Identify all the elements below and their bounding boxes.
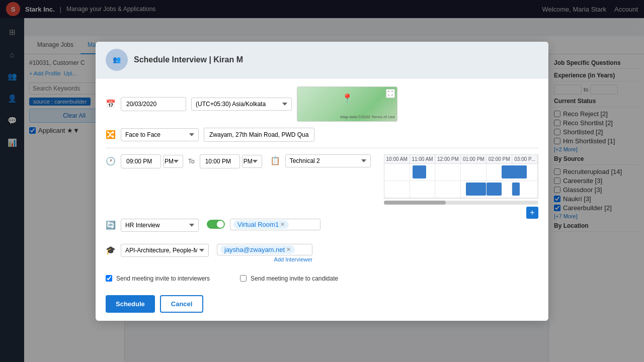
cancel-button[interactable]: Cancel — [160, 295, 204, 313]
form-row-type-location: 🔀 Face to Face — [106, 128, 538, 142]
virtual-room-toggle[interactable] — [207, 220, 225, 229]
form-row-time: 🕐 PM To PM — [106, 154, 262, 168]
modal-header: 👥 Schedule Interview | Kiran M — [96, 42, 548, 78]
skills-section: 🎓 API-Architecture, People-Managem... — [106, 244, 209, 263]
virtual-room-section: Virtual Room1 ✕ — [207, 219, 320, 236]
sch-cell-2-3 — [435, 181, 461, 198]
interview-type-select[interactable]: Face to Face — [121, 128, 199, 141]
invite-candidate-row: Send meeting invite to candidate — [240, 275, 338, 282]
sch-cell-1-4 — [461, 164, 487, 180]
sch-cell-2-5 — [487, 181, 512, 198]
sch-cell-2-1 — [384, 181, 410, 198]
sch-cell-2-6 — [512, 181, 538, 198]
sch-time-1000: 10:00 AM — [384, 155, 410, 163]
schedule-button[interactable]: Schedule — [106, 295, 155, 313]
scrollbar-thumb — [384, 201, 446, 205]
time-to-ampm[interactable]: PM — [242, 155, 262, 168]
schedule-rows — [384, 163, 538, 199]
panel-icon: 📋 — [270, 156, 280, 165]
sch-block-3 — [466, 183, 486, 196]
invite-interviewers-checkbox[interactable] — [106, 275, 112, 282]
people-icon: 👥 — [113, 56, 121, 63]
location-input[interactable] — [204, 128, 314, 142]
virtual-room-input-wrap: Virtual Room1 ✕ — [230, 219, 320, 230]
map-attribution: Map data ©2020 Terms of Use — [341, 115, 395, 119]
form-row-skills: 🎓 API-Architecture, People-Managem... — [106, 244, 209, 257]
clock-icon: 🕐 — [106, 156, 116, 166]
sch-cell-1-1 — [384, 164, 410, 180]
sch-row-2 — [384, 181, 538, 198]
fullscreen-icon[interactable]: ⛶ — [386, 89, 395, 98]
interviewer-section: jaysha@zwayam.net ✕ Add Interviewer — [217, 244, 312, 262]
skills-select[interactable]: API-Architecture, People-Managem... — [121, 244, 209, 257]
skills-interviewer-row: 🎓 API-Architecture, People-Managem... ja… — [106, 244, 538, 263]
sch-time-1500: 03:00 P... — [512, 155, 538, 163]
interviewer-tag: jaysha@zwayam.net ✕ — [220, 245, 295, 254]
modal-title: Schedule Interview | Kiran M — [134, 55, 243, 64]
invite-rows: Send meeting invite to interviewers Send… — [96, 275, 548, 290]
invite-candidate-checkbox[interactable] — [240, 275, 247, 282]
schedule-interview-modal: 👥 Schedule Interview | Kiran M 📅 (UTC+05… — [96, 42, 548, 321]
interviewer-tag-close[interactable]: ✕ — [286, 246, 291, 253]
map-placeholder: 📍 Map data ©2020 Terms of Use ⛶ — [297, 86, 397, 122]
time-to-input[interactable] — [200, 154, 240, 168]
form-row-date-timezone: 📅 (UTC+05:30) Asia/Kolkata 📍 Map data ©2… — [106, 86, 538, 122]
modal-body: 📅 (UTC+05:30) Asia/Kolkata 📍 Map data ©2… — [96, 78, 548, 275]
round-icon: 🔄 — [106, 220, 116, 230]
round-select[interactable]: HR Interview — [121, 219, 199, 232]
sch-block-4 — [487, 183, 502, 196]
sch-block-1 — [413, 165, 426, 178]
interviewer-email-label: jaysha@zwayam.net — [224, 246, 285, 253]
virtual-room-tag-label: Virtual Room1 — [237, 221, 279, 228]
sch-time-1400: 02:00 PM — [487, 155, 512, 163]
time-from-ampm[interactable]: PM — [163, 155, 183, 168]
time-from-wrap: PM — [121, 154, 183, 168]
date-input[interactable] — [121, 97, 186, 111]
interviewer-tag-wrap: jaysha@zwayam.net ✕ — [217, 244, 312, 255]
sch-time-1100: 11:00 AM — [410, 155, 436, 163]
skills-icon: 🎓 — [106, 245, 116, 255]
shuffle-icon: 🔀 — [106, 130, 116, 139]
form-row-interviewer: jaysha@zwayam.net ✕ — [217, 244, 312, 255]
add-row-btn[interactable]: + — [526, 207, 538, 219]
invite-interviewers-label: Send meeting invite to interviewers — [116, 275, 210, 282]
modal-overlay[interactable]: 👥 Schedule Interview | Kiran M 📅 (UTC+05… — [0, 0, 644, 362]
sch-time-1300: 01:00 PM — [461, 155, 487, 163]
calendar-icon: 📅 — [106, 99, 116, 109]
sch-cell-1-6 — [512, 164, 538, 180]
sch-cell-1-2 — [410, 164, 436, 180]
panel-section: 📋 Technical 2 — [270, 154, 371, 219]
sch-cell-2-4 — [461, 181, 487, 198]
time-from-input[interactable] — [121, 154, 161, 168]
modal-header-icon: 👥 — [106, 49, 128, 71]
sch-cell-1-3 — [435, 164, 461, 180]
sch-time-1200: 12:00 PM — [435, 155, 461, 163]
sch-row-1 — [384, 164, 538, 181]
virtual-room-select[interactable] — [291, 221, 301, 227]
virtual-room-tag: Virtual Room1 ✕ — [233, 220, 289, 229]
time-panel-row: 🕐 PM To PM — [106, 154, 538, 219]
schedule-scrollbar[interactable] — [384, 201, 538, 205]
round-section: 🔄 HR Interview — [106, 219, 199, 238]
add-interviewer-link[interactable]: Add Interviewer — [217, 256, 312, 262]
virtual-room-tag-close[interactable]: ✕ — [280, 221, 285, 228]
sch-cell-1-5 — [487, 164, 512, 180]
schedule-header: 10:00 AM 11:00 AM 12:00 PM 01:00 PM 02:0… — [384, 154, 538, 163]
time-section: 🕐 PM To PM — [106, 154, 262, 219]
sch-block-5 — [512, 183, 520, 196]
invite-candidate-label: Send meeting invite to candidate — [251, 275, 338, 282]
timezone-select[interactable]: (UTC+05:30) Asia/Kolkata — [191, 98, 292, 111]
panel-select[interactable]: Technical 2 — [285, 154, 371, 167]
form-row-round: 🔄 HR Interview — [106, 219, 199, 232]
time-to-wrap: PM — [200, 154, 262, 168]
virtual-round-row: 🔄 HR Interview Virtual Room1 ✕ — [106, 219, 538, 238]
schedule-timeline: 10:00 AM 11:00 AM 12:00 PM 01:00 PM 02:0… — [384, 154, 538, 219]
interviewer-select[interactable] — [297, 246, 307, 252]
form-row-virtual: Virtual Room1 ✕ — [207, 219, 320, 230]
time-separator: To — [188, 158, 195, 165]
sch-cell-2-2 — [410, 181, 436, 198]
modal-actions: Schedule Cancel — [96, 290, 548, 321]
add-row-btn-wrap: + — [384, 207, 538, 219]
form-row-panel: 📋 Technical 2 — [270, 154, 371, 167]
map-pin-icon: 📍 — [342, 93, 353, 104]
